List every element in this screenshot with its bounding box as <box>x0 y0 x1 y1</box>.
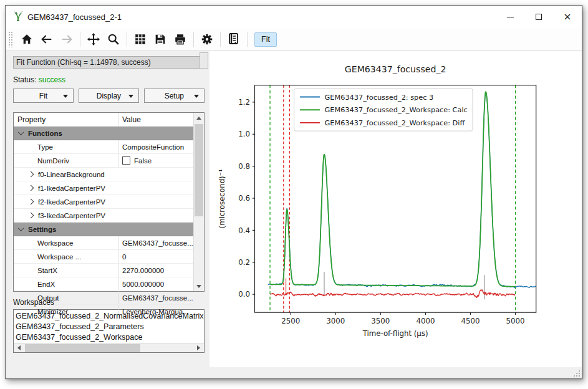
workspace-list-item[interactable]: GEM63437_focussed_2_NormalisedCovariance… <box>16 311 204 322</box>
property-row[interactable]: Workspace ...0 <box>14 250 193 264</box>
x-tick-label: 5000 <box>506 317 524 325</box>
grid-button[interactable] <box>130 30 150 49</box>
chevron-down-icon <box>128 95 133 98</box>
property-table-scrollbar[interactable] <box>193 113 204 291</box>
property-value[interactable]: GEM63437_focusse... <box>118 239 193 247</box>
function-row[interactable]: f0-LinearBackground <box>14 168 193 181</box>
row-label: Functions <box>28 130 62 137</box>
y-tick-label: 0.2 <box>238 258 250 267</box>
property-table: Property Value FunctionsTypeCompositeFun… <box>13 112 205 292</box>
print-icon <box>173 32 187 46</box>
generate-script-button[interactable] <box>224 30 244 49</box>
scroll-down-arrow[interactable] <box>194 281 204 291</box>
y-tick-label: 0.0 <box>238 290 250 299</box>
mantid-logo-icon <box>13 11 24 24</box>
group-row[interactable]: Functions <box>14 127 193 140</box>
fit-toggle-button[interactable]: Fit <box>254 32 277 47</box>
fit-window: GEM63437_focussed_2-1 × <box>5 5 582 379</box>
save-button[interactable] <box>150 30 170 49</box>
series-diff-line <box>270 290 515 298</box>
print-button[interactable] <box>170 30 190 49</box>
scroll-right-arrow[interactable] <box>194 343 204 352</box>
function-row[interactable]: f3-IkedaCarpenterPV <box>14 209 193 223</box>
y-axis-label: (microsecond)⁻¹ <box>217 169 226 228</box>
toolbar-separator <box>193 32 194 47</box>
maximize-button[interactable] <box>524 6 553 28</box>
pan-button[interactable] <box>84 30 104 49</box>
chevron-right-icon[interactable] <box>28 213 34 219</box>
property-value[interactable]: CompositeFunction <box>118 143 193 151</box>
scroll-left-arrow[interactable] <box>14 343 24 352</box>
property-name: NumDeriv <box>14 154 118 167</box>
chevron-down-icon[interactable] <box>18 129 24 135</box>
x-tick-label: 2500 <box>281 317 300 325</box>
property-name: Workspace <box>14 236 118 249</box>
x-tick-label: 3000 <box>326 317 345 325</box>
figure-canvas[interactable]: 2500300035004000450050000.00.20.40.60.81… <box>210 51 582 367</box>
home-button[interactable] <box>17 30 37 49</box>
row-label: f1-IkedaCarpenterPV <box>38 185 105 192</box>
save-icon <box>153 32 167 46</box>
toolbar-separator <box>80 32 80 47</box>
chevron-right-icon[interactable] <box>28 171 34 178</box>
property-value[interactable]: 2270.000000 <box>118 267 193 274</box>
forward-button[interactable] <box>57 30 77 49</box>
workspace-list-item[interactable]: GEM63437_focussed_2_Parameters <box>16 322 204 332</box>
chevron-right-icon[interactable] <box>28 185 34 191</box>
function-row[interactable]: f2-IkedaCarpenterPV <box>14 195 193 209</box>
property-column-header: Property <box>14 113 118 126</box>
property-row[interactable]: WorkspaceGEM63437_focusse... <box>14 236 193 250</box>
x-tick-label: 3500 <box>371 317 390 325</box>
fit-function-panel: Fit Function (Chi-sq = 1.14978, success)… <box>6 51 210 367</box>
display-dropdown-button[interactable]: Display <box>79 89 139 103</box>
workspaces-h-scrollbar[interactable] <box>14 343 204 352</box>
x-tick-label: 4500 <box>461 317 480 325</box>
property-value[interactable]: 0 <box>118 253 193 261</box>
zoom-button[interactable] <box>104 30 123 49</box>
x-tick-label: 4000 <box>416 317 435 325</box>
checkbox[interactable] <box>122 156 130 165</box>
scrollbar-thumb[interactable] <box>195 124 203 216</box>
group-row[interactable]: Settings <box>14 223 193 236</box>
home-icon <box>20 32 34 46</box>
setup-dropdown-label: Setup <box>165 92 184 100</box>
workspace-list-item[interactable]: GEM63437_focussed_2_Workspace <box>16 332 204 343</box>
property-value[interactable]: GEM63437_focusse... <box>118 294 193 302</box>
maximize-icon <box>536 14 542 20</box>
x-axis-label: Time-of-flight (μs) <box>362 329 428 338</box>
resize-grip-icon[interactable] <box>573 370 580 377</box>
chevron-down-icon[interactable] <box>18 225 24 231</box>
minimize-icon <box>507 17 514 17</box>
property-value[interactable]: 5000.000000 <box>118 281 193 288</box>
row-label: f2-IkedaCarpenterPV <box>38 198 105 206</box>
forward-arrow-icon <box>60 32 74 46</box>
chevron-down-icon <box>194 95 199 98</box>
chevron-down-icon <box>63 95 68 98</box>
property-name: Workspace ... <box>14 250 118 263</box>
y-tick-label: 0.4 <box>238 226 250 235</box>
close-button[interactable]: × <box>553 6 582 28</box>
toolbar-drag-handle[interactable] <box>8 31 13 47</box>
back-button[interactable] <box>37 30 57 49</box>
chevron-right-icon[interactable] <box>28 199 34 205</box>
scroll-up-arrow[interactable] <box>194 113 204 123</box>
row-label: Settings <box>28 226 56 233</box>
status-label: Status: <box>13 75 36 84</box>
property-value[interactable]: False <box>118 156 193 165</box>
y-tick-label: 0.8 <box>238 162 250 171</box>
property-row[interactable]: StartX2270.000000 <box>14 264 193 277</box>
property-row[interactable]: TypeCompositeFunction <box>14 140 193 154</box>
fit-panel-scrollbar[interactable] <box>200 52 208 69</box>
fit-dropdown-button[interactable]: Fit <box>13 89 74 103</box>
legend-entry-label: GEM63437_focussed_2: spec 3 <box>324 94 433 102</box>
property-row[interactable]: EndX5000.000000 <box>14 277 193 291</box>
y-tick-label: 1.0 <box>238 130 250 138</box>
h-scrollbar-thumb[interactable] <box>25 344 140 352</box>
property-row[interactable]: NumDerivFalse <box>14 154 193 168</box>
settings-button[interactable] <box>197 30 217 49</box>
title-bar[interactable]: GEM63437_focussed_2-1 × <box>6 6 582 28</box>
minimize-button[interactable] <box>496 6 524 28</box>
function-row[interactable]: f1-IkedaCarpenterPV <box>14 181 193 195</box>
setup-dropdown-button[interactable]: Setup <box>144 89 205 103</box>
display-dropdown-label: Display <box>97 92 121 100</box>
